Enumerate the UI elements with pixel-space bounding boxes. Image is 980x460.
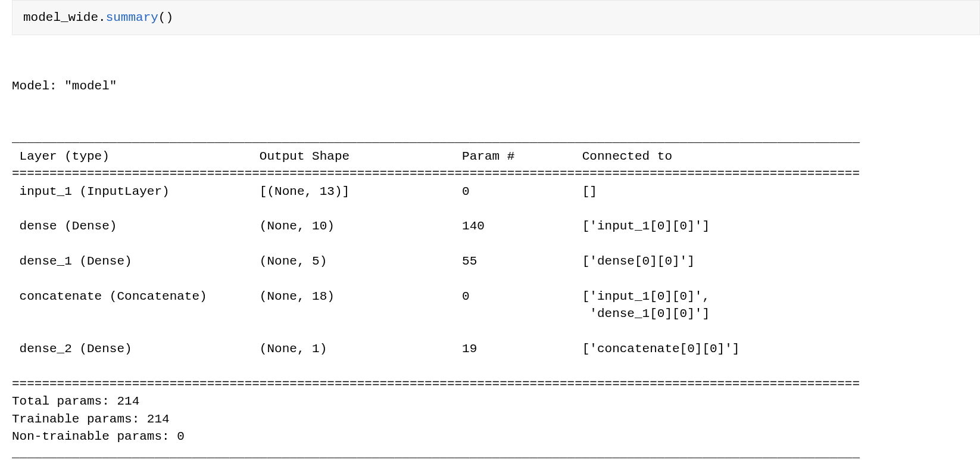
output-block: Model: "model" _________________________… [0,40,980,460]
model-name-line: Model: "model" [12,77,980,95]
code-parens: () [158,11,173,24]
model-summary-table: ________________________________________… [12,130,980,460]
code-object: model_wide [23,11,98,24]
code-cell[interactable]: model_wide.summary() [12,0,980,35]
code-dot: . [98,11,106,24]
code-method: summary [106,11,158,24]
